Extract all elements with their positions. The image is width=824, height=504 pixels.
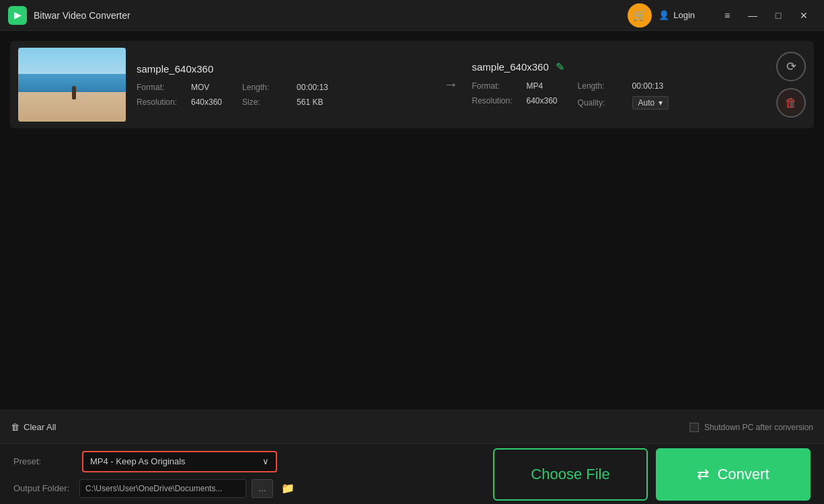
choose-file-button[interactable]: Choose File [493,448,648,501]
app-title: Bitwar Video Converter [34,10,130,21]
conversion-arrow: → [430,48,472,122]
source-resolution: Resolution: 640x360 [137,97,222,107]
delete-button[interactable]: 🗑 [776,88,806,118]
titlebar-right: 🛒 👤 Login ≡ — □ ✕ [628,3,816,28]
convert-button[interactable]: ⇄ Convert [656,448,811,501]
output-quality-label: Quality: [578,98,628,108]
output-quality[interactable]: Quality: Auto ▾ [578,96,669,110]
preset-value: MP4 - Keep As Originals [90,456,186,466]
source-resolution-value: 640x360 [191,97,222,107]
titlebar: ▶ Bitwar Video Converter 🛒 👤 Login ≡ — □… [0,0,824,31]
footer-buttons: Choose File ⇄ Convert [493,448,811,501]
edit-icon[interactable]: ✎ [556,60,564,73]
output-folder-label: Output Folder: [13,483,74,493]
output-folder-row: Output Folder: C:\Users\User\OneDrive\Do… [13,479,480,498]
output-name-row: sample_640x360 ✎ [472,60,766,73]
output-meta-col2: Length: 00:00:13 Quality: Auto ▾ [578,81,669,110]
convert-label: Convert [717,466,769,483]
source-length-label: Length: [242,83,293,92]
footer: Preset: MP4 - Keep As Originals ∨ Output… [0,444,824,504]
output-format-value: MP4 [527,81,544,91]
beach-preview [18,48,126,122]
login-button[interactable]: 👤 Login [659,10,695,20]
choose-file-label: Choose File [531,466,609,483]
quality-value: Auto [638,98,655,108]
source-meta-col2: Length: 00:00:13 Size: 561 KB [242,83,328,107]
source-length: Length: 00:00:13 [242,83,328,92]
output-info: sample_640x360 ✎ Format: MP4 Resolution:… [472,48,766,122]
output-meta-col1: Format: MP4 Resolution: 640x360 [472,81,558,110]
shutdown-label: Shutdown PC after conversion [704,423,813,432]
folder-path-text: C:\Users\User\OneDrive\Documents... [85,484,222,493]
source-format-value: MOV [191,83,209,92]
clear-all-button[interactable]: 🗑 Clear All [11,422,56,432]
source-format: Format: MOV [137,83,222,92]
convert-icon: ⇄ [697,466,709,483]
clear-label: Clear All [24,422,56,432]
shutdown-checkbox[interactable] [689,423,699,432]
folder-path-display: C:\Users\User\OneDrive\Documents... [79,479,246,498]
folder-icon: 📁 [281,482,295,495]
app-logo-symbol: ▶ [14,10,21,20]
output-resolution: Resolution: 640x360 [472,96,558,106]
quality-arrow-icon: ▾ [659,98,663,108]
source-length-value: 00:00:13 [297,83,328,92]
user-icon: 👤 [659,10,669,20]
beach-figure [72,86,76,99]
footer-left: Preset: MP4 - Keep As Originals ∨ Output… [13,451,480,498]
source-filename: sample_640x360 [137,63,430,75]
output-meta: Format: MP4 Resolution: 640x360 Length: … [472,81,766,110]
main-content: sample_640x360 Format: MOV Resolution: 6… [0,31,824,410]
output-length: Length: 00:00:13 [578,81,669,91]
output-length-value: 00:00:13 [632,81,664,91]
source-resolution-label: Resolution: [137,97,187,107]
file-item: sample_640x360 Format: MOV Resolution: 6… [10,41,814,128]
quality-dropdown[interactable]: Auto ▾ [632,96,669,110]
output-resolution-label: Resolution: [472,96,523,106]
file-thumbnail [18,48,126,122]
source-meta-col1: Format: MOV Resolution: 640x360 [137,83,222,107]
bottom-toolbar: 🗑 Clear All Shutdown PC after conversion [0,410,824,444]
cart-button[interactable]: 🛒 [628,3,652,28]
refresh-button[interactable]: ⟳ [776,52,806,81]
window-controls: ≡ — □ ✕ [715,3,816,28]
preset-row: Preset: MP4 - Keep As Originals ∨ [13,451,480,472]
preset-label: Preset: [13,456,74,466]
cart-icon: 🛒 [633,9,646,22]
login-label: Login [673,10,695,20]
output-format: Format: MP4 [472,81,558,91]
folder-browse-button[interactable]: 📁 [278,479,297,498]
shutdown-option: Shutdown PC after conversion [689,423,813,432]
source-meta: Format: MOV Resolution: 640x360 Length: … [137,83,430,107]
source-size-label: Size: [242,97,293,107]
folder-dots-label: ... [259,483,266,493]
delete-icon: 🗑 [785,96,797,110]
close-button[interactable]: ✕ [792,3,816,28]
source-size: Size: 561 KB [242,97,328,107]
output-length-label: Length: [578,81,628,91]
maximize-button[interactable]: □ [766,3,790,28]
output-resolution-value: 640x360 [527,96,558,106]
source-format-label: Format: [137,83,187,92]
menu-button[interactable]: ≡ [715,3,739,28]
item-actions: ⟳ 🗑 [765,48,806,122]
folder-dots-button[interactable]: ... [252,479,273,498]
output-filename: sample_640x360 [472,61,549,73]
clear-icon: 🗑 [11,422,20,432]
refresh-icon: ⟳ [786,59,796,74]
source-info: sample_640x360 Format: MOV Resolution: 6… [137,48,430,122]
minimize-button[interactable]: — [741,3,765,28]
preset-arrow-icon: ∨ [262,456,269,466]
preset-dropdown[interactable]: MP4 - Keep As Originals ∨ [82,451,277,472]
output-format-label: Format: [472,81,523,91]
app-logo: ▶ [8,6,27,25]
source-size-value: 561 KB [297,97,323,107]
